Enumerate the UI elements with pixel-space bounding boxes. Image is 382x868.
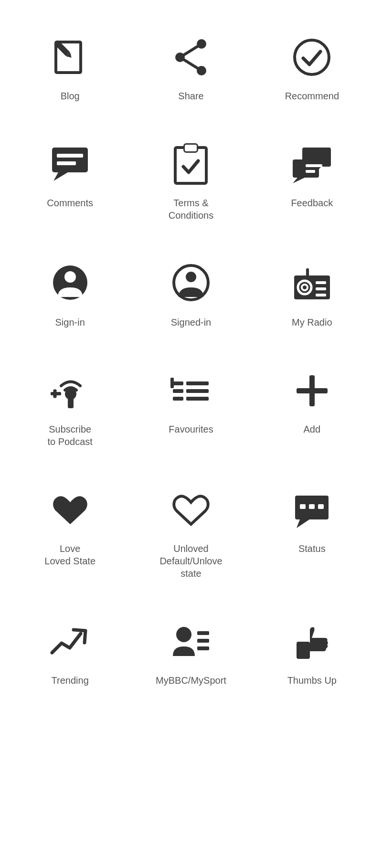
svg-marker-21 [293, 178, 305, 183]
feedback-item: Feedback [252, 121, 372, 241]
svg-rect-36 [68, 398, 74, 408]
svg-rect-20 [293, 159, 319, 178]
terms-icon [167, 140, 215, 188]
svg-marker-50 [297, 519, 309, 528]
favourites-item: Favourites [130, 348, 251, 467]
svg-rect-57 [197, 646, 209, 650]
svg-point-27 [186, 272, 196, 282]
signed-in-label: Signed-in [171, 316, 212, 328]
svg-marker-12 [53, 172, 68, 181]
thumbs-up-label: Thumbs Up [287, 674, 337, 687]
blog-item: Blog [10, 14, 130, 121]
my-radio-label: My Radio [292, 316, 332, 328]
sign-in-label: Sign-in [55, 316, 85, 328]
unloved-label: UnlovedDefault/Unlovestate [159, 542, 222, 580]
svg-rect-58 [297, 642, 310, 659]
trending-icon [46, 618, 94, 666]
comments-icon [46, 140, 94, 188]
svg-rect-55 [197, 631, 209, 635]
unloved-icon [167, 486, 215, 534]
svg-point-25 [64, 271, 76, 283]
unloved-item: UnlovedDefault/Unlovestate [130, 467, 251, 599]
status-item: Status [252, 467, 372, 599]
subscribe-podcast-icon [46, 367, 94, 414]
recommend-label: Recommend [285, 90, 339, 102]
subscribe-podcast-item: Subscribeto Podcast [10, 348, 130, 467]
signed-in-icon [167, 260, 215, 307]
add-icon [288, 367, 336, 414]
svg-rect-52 [309, 504, 315, 509]
signed-in-item: Signed-in [130, 241, 251, 348]
svg-point-10 [295, 40, 329, 74]
svg-rect-34 [316, 294, 326, 296]
mybbc-icon [167, 618, 215, 666]
svg-rect-38 [53, 390, 57, 398]
svg-rect-43 [186, 389, 209, 393]
svg-line-9 [180, 57, 202, 71]
svg-rect-17 [185, 145, 197, 151]
add-label: Add [304, 423, 321, 435]
thumbs-up-item: Thumbs Up [252, 599, 372, 706]
comments-label: Comments [47, 197, 93, 209]
trending-label: Trending [52, 674, 89, 687]
trending-item: Trending [10, 599, 130, 706]
my-radio-item: My Radio [252, 241, 372, 348]
svg-rect-14 [57, 161, 76, 165]
share-label: Share [178, 90, 203, 102]
svg-rect-11 [52, 148, 88, 172]
blog-label: Blog [61, 90, 80, 102]
feedback-icon [288, 140, 336, 188]
svg-rect-22 [306, 164, 322, 167]
love-item: LoveLoved State [10, 467, 130, 599]
share-item: Share [130, 14, 251, 121]
status-icon [288, 486, 336, 534]
comments-item: Comments [10, 121, 130, 241]
share-icon [167, 33, 215, 81]
mybbc-item: MyBBC/MySport [130, 599, 251, 706]
svg-rect-23 [306, 170, 315, 173]
love-label: LoveLoved State [44, 542, 96, 567]
svg-rect-53 [318, 504, 324, 509]
favourites-label: Favourites [169, 423, 213, 435]
recommend-item: Recommend [252, 14, 372, 121]
add-item: Add [252, 348, 372, 467]
mybbc-label: MyBBC/MySport [156, 674, 226, 687]
recommend-icon [288, 33, 336, 81]
love-icon [46, 486, 94, 534]
svg-rect-13 [57, 154, 83, 158]
status-label: Status [298, 542, 326, 555]
svg-point-54 [176, 627, 191, 642]
svg-rect-29 [306, 268, 309, 277]
feedback-label: Feedback [291, 197, 333, 209]
svg-rect-48 [297, 388, 328, 393]
svg-rect-44 [186, 397, 209, 401]
svg-rect-56 [197, 639, 209, 643]
svg-rect-46 [170, 381, 178, 385]
icon-grid: Blog Share Recommend [0, 0, 382, 720]
svg-rect-40 [173, 389, 183, 393]
terms-label: Terms &Conditions [169, 197, 214, 222]
sign-in-icon [46, 260, 94, 307]
thumbs-up-icon [288, 618, 336, 666]
svg-rect-32 [316, 281, 326, 284]
terms-item: Terms &Conditions [130, 121, 251, 241]
subscribe-podcast-label: Subscribeto Podcast [47, 423, 93, 448]
sign-in-item: Sign-in [10, 241, 130, 348]
favourites-icon [167, 367, 215, 414]
svg-rect-41 [173, 397, 183, 401]
svg-rect-42 [186, 381, 209, 385]
blog-icon [46, 33, 94, 81]
svg-rect-33 [316, 287, 326, 290]
my-radio-icon [288, 260, 336, 307]
svg-rect-51 [300, 504, 306, 509]
svg-rect-15 [175, 148, 206, 183]
svg-line-8 [180, 44, 202, 57]
